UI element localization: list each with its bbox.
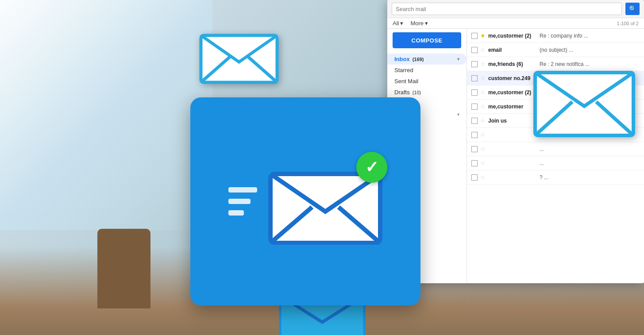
chevron-down-icon: ▾ xyxy=(400,20,403,27)
checkbox-8[interactable] xyxy=(471,132,478,138)
subject-1: Re : company info ... xyxy=(540,33,640,39)
email-line-3 xyxy=(228,210,244,216)
sender-5: me,custormer (2) xyxy=(488,89,537,96)
sender-2: email xyxy=(488,47,537,53)
search-button[interactable]: 🔍 xyxy=(625,3,640,15)
sender-3: me,friends (6) xyxy=(488,61,537,67)
subject-11: ? ... xyxy=(540,174,640,181)
email-lines xyxy=(228,187,257,216)
search-input[interactable] xyxy=(392,3,622,15)
drafts-label: Drafts xyxy=(394,89,410,96)
sidebar-item-drafts[interactable]: Drafts (10) xyxy=(387,87,467,98)
table-row[interactable]: ☆ email (no subject) ... xyxy=(467,43,644,57)
sender-1: me,custormer (2) xyxy=(488,33,537,39)
filter-row: All ▾ More ▾ 1-100 of 2 xyxy=(387,18,644,29)
chevron-down-icon-more: ▾ xyxy=(425,20,428,27)
star-icon-empty[interactable]: ☆ xyxy=(480,117,486,124)
checkbox-6[interactable] xyxy=(471,104,478,110)
envelope-icon-main: ✓ xyxy=(268,156,383,246)
star-icon-empty[interactable]: ☆ xyxy=(480,46,486,53)
starred-label: Starred xyxy=(394,67,413,73)
compose-button[interactable]: COMPOSE xyxy=(393,32,461,48)
filter-more-label: More xyxy=(410,20,424,27)
sidebar-item-starred[interactable]: Starred xyxy=(387,65,467,76)
star-icon-empty[interactable]: ☆ xyxy=(480,160,486,166)
envelope-float-top-right xyxy=(533,62,635,137)
checkbox-3[interactable] xyxy=(471,61,478,67)
checkbox-11[interactable] xyxy=(471,174,478,181)
sidebar-item-inbox-label: Inbox (169) xyxy=(394,56,424,62)
checkbox-4[interactable] xyxy=(471,75,478,81)
email-count: 1-100 of 2 xyxy=(617,21,639,26)
star-icon-empty[interactable]: ☆ xyxy=(480,75,486,81)
star-icon-filled[interactable]: ★ xyxy=(480,32,486,39)
table-row[interactable]: ☆ ? ... xyxy=(467,170,644,185)
sender-6: me,custormer xyxy=(488,104,537,110)
email-card: ✓ xyxy=(190,97,420,305)
inbox-badge: (169) xyxy=(413,57,424,62)
sidebar-item-sent-label: Sent Mail xyxy=(394,78,418,85)
star-icon-empty[interactable]: ☆ xyxy=(480,174,486,181)
star-icon-empty[interactable]: ☆ xyxy=(480,103,486,110)
filter-more-button[interactable]: More ▾ xyxy=(410,20,428,27)
sender-7: Join us xyxy=(488,118,537,124)
table-row[interactable]: ☆ ... xyxy=(467,142,644,156)
subject-9: ... xyxy=(540,146,640,152)
table-row[interactable]: ☆ ... xyxy=(467,156,644,170)
email-line-1 xyxy=(228,187,257,193)
check-icon: ✓ xyxy=(365,158,378,177)
checkbox-9[interactable] xyxy=(471,146,478,152)
star-icon-empty[interactable]: ☆ xyxy=(480,61,486,67)
sidebar-item-inbox[interactable]: Inbox (169) ▾ xyxy=(387,54,467,65)
subject-2: (no subject) ... xyxy=(540,47,640,53)
window-light xyxy=(0,0,212,230)
sidebar-item-sent[interactable]: Sent Mail xyxy=(387,76,467,87)
sent-label: Sent Mail xyxy=(394,78,418,85)
email-line-2 xyxy=(228,199,251,204)
email-panel: 🔍 All ▾ More ▾ 1-100 of 2 COMPOSE Inbox … xyxy=(387,0,644,283)
checkbox-1[interactable] xyxy=(471,33,478,39)
email-toolbar: 🔍 xyxy=(387,0,644,18)
checkmark-badge: ✓ xyxy=(356,152,387,183)
subject-10: ... xyxy=(540,160,640,166)
chair-silhouette xyxy=(97,229,150,308)
envelope-float-top-left xyxy=(199,27,279,84)
checkbox-5[interactable] xyxy=(471,89,478,96)
table-row[interactable]: ★ me,custormer (2) Re : company info ... xyxy=(467,29,644,43)
checkbox-2[interactable] xyxy=(471,47,478,53)
chevron-icon-more: ▾ xyxy=(457,112,459,117)
star-icon-empty[interactable]: ☆ xyxy=(480,89,486,96)
inbox-label: Inbox xyxy=(394,56,410,62)
checkbox-10[interactable] xyxy=(471,160,478,166)
email-card-content: ✓ xyxy=(228,156,383,246)
sender-4: customer no.249 xyxy=(488,75,537,81)
star-icon-empty[interactable]: ☆ xyxy=(480,131,486,138)
sidebar-item-starred-label: Starred xyxy=(394,67,413,73)
checkbox-7[interactable] xyxy=(471,118,478,124)
filter-all-button[interactable]: All ▾ xyxy=(393,20,403,27)
sidebar-item-drafts-label: Drafts (10) xyxy=(394,89,421,96)
filter-all-label: All xyxy=(393,20,399,27)
search-icon: 🔍 xyxy=(629,5,636,12)
chevron-icon-inbox: ▾ xyxy=(457,57,459,62)
drafts-badge: (10) xyxy=(413,90,421,95)
star-icon-empty[interactable]: ☆ xyxy=(480,146,486,152)
